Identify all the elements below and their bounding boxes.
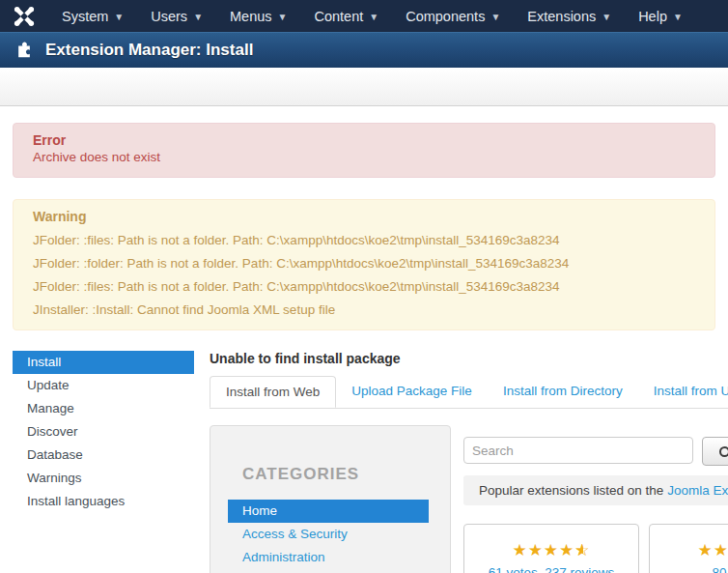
- menu-label: System: [62, 9, 108, 24]
- extension-card[interactable]: ★★★★☆★ 80 votes: [649, 524, 728, 573]
- search-button[interactable]: [702, 437, 728, 466]
- menu-label: Help: [638, 9, 667, 24]
- votes-reviews-link[interactable]: 61 votes, 237 reviews: [489, 565, 615, 573]
- toolbar-strip: [0, 68, 728, 106]
- menu-system[interactable]: System▼: [48, 0, 137, 32]
- jed-link[interactable]: Joomla Extensions Directory: [667, 483, 728, 498]
- warning-message: JInstaller: :Install: Cannot find Joomla…: [33, 302, 695, 317]
- install-tabs: Install from Web Upload Package File Ins…: [210, 376, 728, 409]
- chevron-down-icon: ▼: [602, 11, 611, 22]
- sidebar-item-manage[interactable]: Manage: [13, 397, 194, 420]
- page-title: Extension Manager: Install: [45, 41, 253, 60]
- menu-content[interactable]: Content▼: [300, 0, 392, 32]
- search-icon: [719, 446, 728, 457]
- search-input[interactable]: [463, 437, 693, 464]
- category-administration[interactable]: Administration: [228, 546, 429, 569]
- tab-install-from-web[interactable]: Install from Web: [210, 376, 336, 408]
- categories-panel: CATEGORIES Home Access & Security Admini…: [210, 425, 451, 573]
- chevron-down-icon: ▼: [193, 11, 203, 22]
- menu-label: Menus: [230, 9, 272, 24]
- full-stars: ★★★★: [512, 541, 574, 559]
- admin-menubar: System▼ Users▼ Menus▼ Content▼ Component…: [0, 0, 728, 32]
- categories-title: CATEGORIES: [242, 465, 450, 484]
- tab-install-from-url[interactable]: Install from URL: [638, 376, 728, 408]
- popular-extensions-note: Popular extensions listed on the Joomla …: [463, 475, 728, 505]
- category-ads-affiliates[interactable]: Ads & Affiliates: [228, 569, 429, 573]
- error-title: Error: [33, 132, 695, 148]
- menu-users[interactable]: Users▼: [137, 0, 216, 32]
- menu-label: Content: [314, 9, 363, 24]
- chevron-down-icon: ▼: [490, 11, 500, 22]
- menu-help[interactable]: Help▼: [625, 0, 696, 32]
- popular-note-text: Popular extensions listed on the: [479, 483, 667, 498]
- category-home[interactable]: Home: [228, 500, 429, 523]
- menu-label: Components: [406, 9, 485, 24]
- full-stars: ★★★★: [697, 541, 728, 559]
- chevron-down-icon: ▼: [114, 11, 124, 22]
- warning-alert: Warning JFolder: :files: Path is not a f…: [13, 199, 715, 330]
- menu-extensions[interactable]: Extensions▼: [514, 0, 625, 32]
- page-header: Extension Manager: Install: [0, 32, 728, 68]
- error-alert: Error Archive does not exist: [13, 123, 715, 178]
- menu-menus[interactable]: Menus▼: [216, 0, 300, 32]
- install-message-heading: Unable to find install package: [210, 351, 728, 366]
- chevron-down-icon: ▼: [369, 11, 378, 22]
- star-rating: ★★★★☆★: [464, 542, 638, 559]
- sidebar-item-warnings[interactable]: Warnings: [13, 467, 194, 490]
- sidebar-item-database[interactable]: Database: [13, 444, 194, 467]
- extension-card[interactable]: ★★★★☆★ 61 votes, 237 reviews: [463, 524, 639, 573]
- warning-message: JFolder: :files: Path is not a folder. P…: [33, 233, 695, 247]
- menu-components[interactable]: Components▼: [392, 0, 514, 32]
- puzzle-piece-icon: [14, 39, 34, 62]
- tab-install-from-directory[interactable]: Install from Directory: [488, 376, 638, 408]
- votes-reviews-link[interactable]: 80 votes: [712, 565, 728, 573]
- menu-label: Extensions: [527, 9, 596, 24]
- warning-message: JFolder: :files: Path is not a folder. P…: [33, 279, 695, 294]
- sidebar-item-update[interactable]: Update: [13, 374, 194, 397]
- half-star-icon: ☆★: [574, 542, 590, 559]
- menu-label: Users: [151, 9, 187, 24]
- error-message: Archive does not exist: [33, 150, 695, 164]
- chevron-down-icon: ▼: [278, 11, 288, 22]
- joomla-logo-icon: [12, 6, 37, 27]
- tab-upload-package-file[interactable]: Upload Package File: [336, 376, 488, 408]
- warning-message: JFolder: :folder: Path is not a folder. …: [33, 256, 695, 271]
- category-access-security[interactable]: Access & Security: [228, 523, 429, 546]
- warning-title: Warning: [33, 209, 695, 224]
- star-rating: ★★★★☆★: [650, 542, 728, 559]
- sidebar-item-install[interactable]: Install: [13, 351, 194, 374]
- sidebar-item-install-languages[interactable]: Install languages: [13, 490, 194, 513]
- chevron-down-icon: ▼: [673, 11, 683, 22]
- sidebar: Install Update Manage Discover Database …: [13, 351, 210, 513]
- sidebar-item-discover[interactable]: Discover: [13, 420, 194, 444]
